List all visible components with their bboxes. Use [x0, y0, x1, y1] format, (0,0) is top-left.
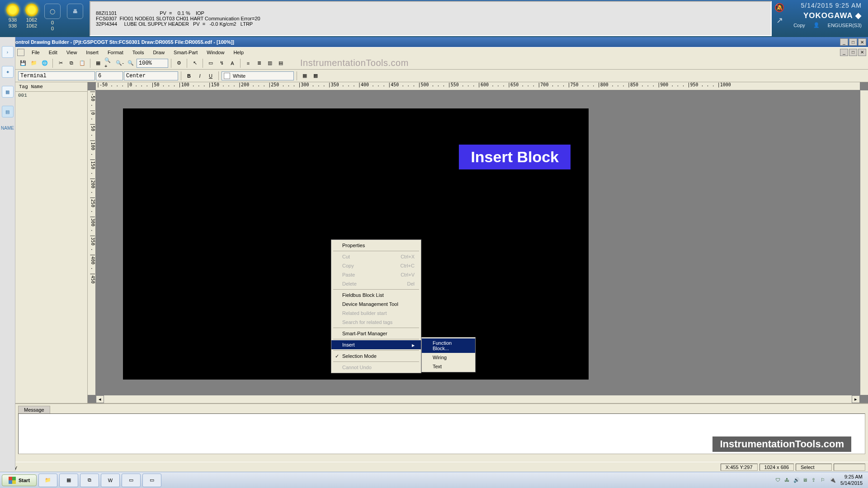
menu-tools[interactable]: Tools [129, 49, 148, 56]
menu-file[interactable]: File [28, 49, 43, 56]
props-icon[interactable]: ⚙ [174, 58, 184, 68]
scrollbar-horizontal[interactable]: ◂▸ [96, 395, 860, 403]
rib-table-icon[interactable]: ▤ [2, 106, 14, 117]
bold-icon[interactable]: B [184, 71, 194, 81]
scrollbar-vertical[interactable] [860, 90, 868, 395]
weather-tile-2[interactable]: 10621062 [25, 4, 38, 29]
ctx-copy: CopyCtrl+C [331, 261, 421, 270]
doc-maximize-button[interactable]: □ [849, 49, 857, 56]
save-icon[interactable]: 💾 [18, 58, 28, 68]
paste-icon[interactable]: 📋 [77, 58, 87, 68]
context-submenu-insert[interactable]: Function Block...WiringText [421, 337, 476, 372]
tag-row[interactable]: 001 [15, 92, 87, 99]
ctx-selection-mode[interactable]: Selection Mode [331, 352, 421, 361]
tray-power-icon[interactable]: 🔌 [830, 477, 836, 483]
ctx-function-block-[interactable]: Function Block... [422, 338, 475, 353]
minimize-button[interactable]: _ [840, 38, 848, 46]
tray-vol-icon[interactable]: 🔊 [793, 477, 800, 483]
taskbar-app-5[interactable]: ▭ [122, 474, 141, 487]
weather-tile-1[interactable]: 938938 [6, 4, 19, 29]
printer-icon[interactable]: 🖶 [67, 4, 83, 19]
underline-icon[interactable]: U [206, 71, 216, 81]
dcs-banner: 938938 10621062 ◯ 00 🖶 88ZI1101 PV = 0.1… [0, 0, 868, 37]
tray-usb-icon[interactable]: ⇪ [811, 477, 818, 483]
tray-icons[interactable]: 🛡 🖧 🔊 🖥 ⇪ ⚐ 🔌 [775, 477, 836, 483]
size-select[interactable]: 6 [96, 71, 123, 80]
tray-net-icon[interactable]: 🖧 [784, 477, 791, 483]
italic-icon[interactable]: I [195, 71, 205, 81]
block-icon[interactable]: ▭ [206, 58, 216, 68]
user-icon: 👤 [813, 22, 820, 28]
ctx-insert[interactable]: Insert [331, 340, 421, 349]
wire-icon[interactable]: ↯ [217, 58, 226, 68]
canvas[interactable]: Insert Block PropertiesCutCtrl+XCopyCtrl… [96, 90, 860, 395]
copy-icon[interactable]: ⧉ [66, 58, 76, 68]
menu-insert[interactable]: Insert [82, 49, 102, 56]
lock2-icon[interactable]: ▩ [311, 71, 321, 81]
ctx-device-management-tool[interactable]: Device Management Tool [331, 300, 421, 309]
ctx-wiring[interactable]: Wiring [422, 353, 475, 362]
menu-view[interactable]: View [63, 49, 81, 56]
doc-close-button[interactable]: ✕ [858, 49, 866, 56]
mute-icon[interactable]: 🔕 [774, 3, 784, 13]
dcs-message-area: 88ZI1101 PV = 0.1 % IOP FCS0307 FIO01 NO… [90, 1, 772, 36]
align2-icon[interactable]: ≣ [254, 58, 264, 68]
align3-icon[interactable]: ▥ [265, 58, 275, 68]
rib-tool-icon[interactable]: ✦ [2, 66, 14, 78]
ctx-text[interactable]: Text [422, 362, 475, 371]
pointer-icon[interactable]: ↖ [190, 58, 200, 68]
start-button[interactable]: Start [2, 474, 37, 486]
rib-arrow-icon[interactable]: › [2, 46, 14, 58]
menu-help[interactable]: Help [230, 49, 247, 56]
zoomout-icon[interactable]: 🔍- [115, 58, 125, 68]
dcs-quick-icons: 🔕 ↗ [772, 0, 787, 37]
menu-draw[interactable]: Draw [149, 49, 168, 56]
tray-flag-icon[interactable]: ⚐ [821, 477, 827, 483]
lock1-icon[interactable]: ▦ [300, 71, 310, 81]
cut-icon[interactable]: ✂ [56, 58, 66, 68]
taskbar-app-2[interactable]: ▦ [59, 474, 78, 487]
tray-shield-icon[interactable]: 🛡 [775, 477, 782, 483]
context-menu[interactable]: PropertiesCutCtrl+XCopyCtrl+CPasteCtrl+V… [331, 239, 421, 373]
menu-format[interactable]: Format [104, 49, 127, 56]
zoom-select[interactable]: 100% [137, 59, 168, 68]
taskbar-app-6[interactable]: ▭ [142, 474, 161, 487]
menu-window[interactable]: Window [203, 49, 228, 56]
ctx-smart-part-manager[interactable]: Smart-Part Manager [331, 329, 421, 338]
insert-block-badge: Insert Block [459, 145, 571, 169]
open-icon[interactable]: 📁 [29, 58, 39, 68]
ctx-search-for-related-tags: Search for related tags [331, 318, 421, 327]
taskbar-app-1[interactable]: 📁 [38, 474, 57, 487]
user-name[interactable]: ENGUSER(S3) [828, 23, 862, 28]
web-icon[interactable]: 🌐 [40, 58, 50, 68]
maximize-button[interactable]: □ [849, 38, 857, 46]
close-button[interactable]: ✕ [858, 38, 866, 46]
menu-smartpart[interactable]: Smart-Part [170, 49, 201, 56]
tray-clock[interactable]: 9:25 AM 5/14/2015 [840, 474, 863, 486]
zoomfit-icon[interactable]: 🔍 [126, 58, 136, 68]
align-select[interactable]: Center [124, 71, 178, 80]
zoomin-icon[interactable]: 🔍+ [104, 58, 114, 68]
brand-logo: YOKOGAWA ◆ [803, 11, 862, 20]
windows-logo-icon [9, 477, 16, 484]
text-icon[interactable]: A [227, 58, 237, 68]
doc-minimize-button[interactable]: _ [840, 49, 848, 56]
drawing-sheet[interactable]: Insert Block PropertiesCutCtrl+XCopyCtrl… [123, 108, 589, 380]
share-icon[interactable]: ↗ [776, 15, 783, 25]
ctx-fieldbus-block-list[interactable]: Fieldbus Block List [331, 291, 421, 300]
menu-edit[interactable]: Edit [45, 49, 61, 56]
message-tab[interactable]: Message [18, 406, 50, 413]
align4-icon[interactable]: ▤ [276, 58, 286, 68]
copy-button[interactable]: Copy [793, 23, 805, 28]
rib-grid-icon[interactable]: ▦ [2, 86, 14, 98]
ctx-properties[interactable]: Properties [331, 241, 421, 250]
taskbar-app-4[interactable]: W [101, 474, 120, 487]
grid-icon[interactable]: ▦ [93, 58, 103, 68]
tray-monitor-icon[interactable]: 🖥 [802, 477, 809, 483]
app-title-text: Control Drawing Builder - [Pjt:GSPCOGT S… [12, 39, 234, 45]
weather-tile-3[interactable]: ◯ 00 [44, 4, 61, 32]
taskbar-app-3[interactable]: ⧉ [80, 474, 99, 487]
color-select[interactable]: White [222, 71, 294, 80]
font-select[interactable]: Terminal [18, 71, 95, 80]
align1-icon[interactable]: ≡ [243, 58, 253, 68]
